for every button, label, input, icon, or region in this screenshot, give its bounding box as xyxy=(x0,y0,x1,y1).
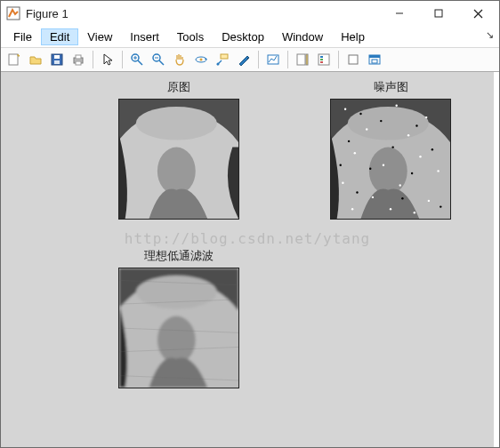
zoom-out-icon[interactable] xyxy=(149,50,168,69)
open-icon[interactable] xyxy=(26,50,45,69)
svg-point-67 xyxy=(440,205,441,207)
close-button[interactable] xyxy=(458,1,497,26)
menu-window[interactable]: Window xyxy=(273,28,332,45)
svg-point-20 xyxy=(200,59,203,61)
svg-rect-25 xyxy=(297,54,305,65)
legend-icon[interactable] xyxy=(314,50,334,69)
menubar-corner-icon[interactable]: ↘ xyxy=(486,29,494,41)
svg-point-56 xyxy=(414,212,415,213)
svg-point-70 xyxy=(157,316,196,364)
rotate-3d-icon[interactable] xyxy=(191,50,211,69)
svg-point-71 xyxy=(136,276,217,309)
svg-point-68 xyxy=(340,164,342,165)
svg-point-48 xyxy=(383,164,384,165)
svg-point-37 xyxy=(136,107,217,140)
svg-point-40 xyxy=(348,107,429,140)
svg-point-60 xyxy=(348,140,350,142)
svg-point-58 xyxy=(380,120,382,122)
toolbar xyxy=(1,47,499,72)
menu-desktop[interactable]: Desktop xyxy=(213,28,273,45)
maximize-button[interactable] xyxy=(419,1,458,26)
subplot-noise: 噪声图 xyxy=(330,79,451,220)
menu-help[interactable]: Help xyxy=(332,28,374,45)
svg-point-53 xyxy=(428,200,430,202)
subplot-lowpass: 理想低通滤波 xyxy=(118,248,239,388)
menu-file[interactable]: File xyxy=(4,28,41,45)
dock-icon[interactable] xyxy=(365,50,384,69)
svg-point-45 xyxy=(407,134,409,136)
svg-point-65 xyxy=(356,191,358,193)
svg-point-23 xyxy=(217,63,220,66)
image-lowpass xyxy=(118,268,239,388)
svg-rect-34 xyxy=(372,60,377,63)
svg-rect-2 xyxy=(435,10,442,17)
svg-rect-27 xyxy=(319,54,329,65)
watermark-text: http://blog.csdn.net/ytang xyxy=(1,230,494,247)
svg-point-36 xyxy=(157,148,196,196)
svg-point-54 xyxy=(390,208,391,210)
figure-window: Figure 1 File Edit View Insert Tools Des… xyxy=(0,0,500,448)
print-icon[interactable] xyxy=(69,50,88,69)
subplot-title: 噪声图 xyxy=(330,79,451,95)
minimize-button[interactable] xyxy=(380,1,419,26)
svg-point-55 xyxy=(351,208,353,210)
svg-point-43 xyxy=(425,116,427,118)
hide-tools-icon[interactable] xyxy=(343,50,363,69)
menu-view[interactable]: View xyxy=(78,28,121,45)
window-controls xyxy=(380,1,497,26)
svg-point-42 xyxy=(395,104,397,106)
svg-point-52 xyxy=(372,196,374,198)
matlab-figure-icon xyxy=(6,6,20,20)
svg-point-46 xyxy=(354,152,356,154)
svg-line-13 xyxy=(138,60,142,65)
image-noise xyxy=(330,99,451,220)
brush-icon[interactable] xyxy=(234,50,254,69)
data-cursor-icon[interactable] xyxy=(213,50,232,69)
svg-rect-31 xyxy=(349,55,358,64)
svg-rect-10 xyxy=(76,55,81,59)
menubar: File Edit View Insert Tools Desktop Wind… xyxy=(1,26,499,47)
toolbar-separator xyxy=(93,51,93,68)
svg-point-47 xyxy=(419,156,421,157)
zoom-in-icon[interactable] xyxy=(127,50,147,69)
svg-rect-11 xyxy=(76,61,81,65)
colorbar-icon[interactable] xyxy=(293,50,312,69)
svg-point-51 xyxy=(399,184,401,186)
figure-canvas: 原图 噪声图 xyxy=(1,72,499,447)
pan-icon[interactable] xyxy=(170,50,190,69)
svg-point-62 xyxy=(431,148,433,150)
toolbar-separator xyxy=(338,51,339,68)
window-title: Figure 1 xyxy=(26,7,380,20)
subplot-title: 原图 xyxy=(118,79,239,95)
svg-line-17 xyxy=(159,60,164,65)
save-icon[interactable] xyxy=(47,50,67,69)
svg-point-59 xyxy=(415,124,417,126)
svg-point-57 xyxy=(359,113,361,115)
svg-point-44 xyxy=(366,128,367,130)
menu-tools[interactable]: Tools xyxy=(168,28,213,45)
link-plot-icon[interactable] xyxy=(263,50,283,69)
menu-insert[interactable]: Insert xyxy=(121,28,168,45)
toolbar-separator xyxy=(122,51,123,68)
pointer-icon[interactable] xyxy=(98,50,117,69)
svg-point-64 xyxy=(411,172,413,174)
svg-point-50 xyxy=(342,182,343,184)
titlebar: Figure 1 xyxy=(1,1,499,26)
svg-point-61 xyxy=(391,146,393,148)
subplot-title: 理想低通滤波 xyxy=(118,248,239,264)
svg-rect-7 xyxy=(54,55,60,59)
new-figure-icon[interactable] xyxy=(4,50,24,69)
svg-rect-0 xyxy=(7,7,20,20)
toolbar-separator xyxy=(287,51,288,68)
image-original xyxy=(118,99,239,220)
svg-point-41 xyxy=(344,108,346,110)
svg-point-66 xyxy=(401,197,403,199)
svg-rect-21 xyxy=(221,54,228,59)
svg-point-39 xyxy=(369,148,407,196)
svg-rect-8 xyxy=(54,60,60,64)
svg-rect-26 xyxy=(306,54,308,65)
svg-rect-33 xyxy=(369,55,380,58)
svg-point-49 xyxy=(437,170,439,172)
menu-edit[interactable]: Edit xyxy=(41,28,78,45)
subplot-original: 原图 xyxy=(118,79,239,220)
